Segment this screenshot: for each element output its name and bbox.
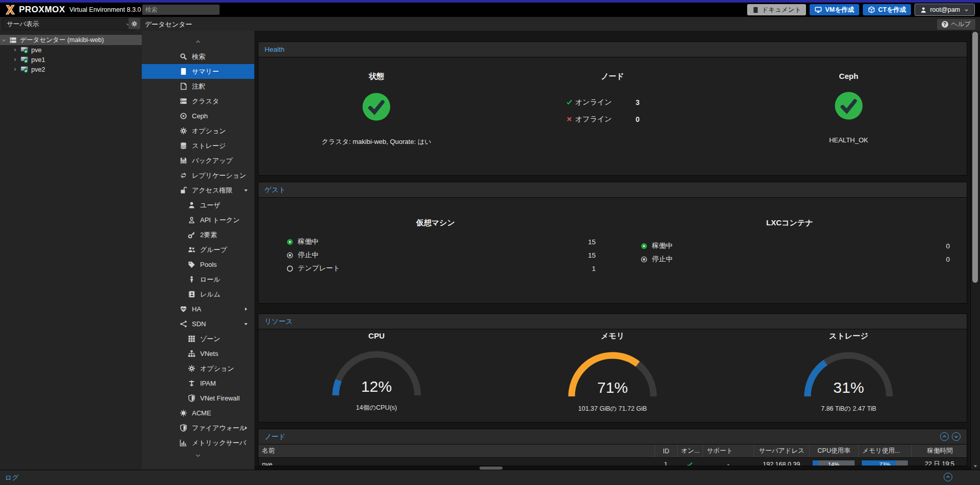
- column-header-support[interactable]: サポート: [703, 445, 754, 457]
- menu-item-ha[interactable]: HA: [142, 302, 254, 317]
- column-header-id[interactable]: ID: [655, 445, 677, 457]
- menu-item-label: ユーザ: [200, 201, 221, 210]
- menu-item-zones[interactable]: ゾーン: [142, 331, 254, 346]
- menu-item-roles[interactable]: ロール: [142, 272, 254, 287]
- menu-item-notes[interactable]: 注釈: [142, 79, 254, 94]
- menu-item-acme[interactable]: ACME: [142, 406, 254, 420]
- menu-item-vnets[interactable]: VNets: [142, 346, 254, 361]
- menu-item-firewall[interactable]: ファイアウォール: [142, 420, 254, 435]
- menu-item-storage[interactable]: ストレージ: [142, 138, 254, 153]
- book-icon: [752, 7, 759, 13]
- nodes-panel: ノード 名前IDオン...サポートサーバアドレスCPU使用率メモリ使用...稼働…: [258, 429, 967, 466]
- menu-scroll-down-indicator[interactable]: [142, 452, 254, 459]
- gear-icon: [187, 365, 196, 372]
- menu-item-label: VNets: [200, 350, 218, 357]
- gauge-percent: 71%: [564, 379, 661, 396]
- heartbeat-icon: [179, 305, 188, 313]
- chevron-down-icon[interactable]: [0, 37, 7, 43]
- gauge-arc: 31%: [800, 349, 897, 400]
- view-mode-select[interactable]: サーバ表示: [2, 18, 136, 30]
- menu-item-replication[interactable]: レプリケーション: [142, 168, 254, 183]
- proxmox-datacenter-summary-screen: PROXMOX Virtual Environment 8.3.0 ドキュメント…: [0, 0, 980, 485]
- question-icon: ?: [942, 21, 948, 28]
- column-header-cpu[interactable]: CPU使用率: [809, 445, 858, 457]
- chevron-right-icon[interactable]: [11, 47, 18, 53]
- guests-panel-body: 仮想マシン 稼働中15停止中15テンプレート1 LXCコンテナ 稼働中0停止中0: [258, 198, 967, 275]
- chevron-right-icon[interactable]: [11, 57, 18, 62]
- menu-item-label: ロール: [200, 275, 221, 284]
- stop-circle-icon: [641, 256, 647, 263]
- shield-icon: [179, 424, 188, 432]
- create-ct-button[interactable]: CTを作成: [863, 4, 911, 15]
- menu-scroll-up-indicator[interactable]: [142, 38, 254, 46]
- gauge-percent: 12%: [328, 378, 425, 395]
- menu-item-label: API トークン: [200, 216, 239, 225]
- column-header-uptime[interactable]: 稼働時間: [911, 445, 967, 457]
- replication-icon: [179, 172, 188, 179]
- menu-item-backup[interactable]: バックアップ: [142, 153, 254, 168]
- guest-state-value: 1: [592, 265, 596, 272]
- menu-item-label: ファイアウォール: [192, 424, 246, 433]
- create-vm-button[interactable]: VMを作成: [810, 4, 859, 15]
- cluster-icon: [179, 97, 188, 105]
- menu-item-search[interactable]: 検索: [142, 49, 254, 64]
- tree-settings-button[interactable]: [128, 18, 140, 29]
- menu-item-vnet-firewall[interactable]: VNet Firewall: [142, 391, 254, 406]
- menu-item-metric-server[interactable]: メトリックサーバ: [142, 435, 254, 450]
- menu-item-sdn-options[interactable]: オプション: [142, 361, 254, 376]
- menu-item-ceph[interactable]: Ceph: [142, 109, 254, 123]
- tag-icon: [187, 261, 196, 268]
- global-search-input[interactable]: [142, 5, 220, 15]
- menu-item-options[interactable]: オプション: [142, 123, 254, 138]
- summary-content: Health 状態 クラスタ: makibi-web, Quorate: はい …: [254, 31, 971, 470]
- mem-usage-bar: 73%: [862, 460, 908, 466]
- resources-panel-title: リソース: [265, 317, 293, 326]
- node-table-row-pve[interactable]: pve1-192.168.0.3914%73%22 日 19:5: [258, 458, 967, 466]
- menu-item-permissions[interactable]: アクセス権限: [142, 183, 254, 198]
- menu-item-pools[interactable]: Pools: [142, 257, 254, 272]
- node-cell-address: 192.168.0.39: [754, 458, 809, 466]
- menu-item-label: レプリケーション: [192, 171, 246, 180]
- gauge-caption: 14個のCPU(s): [356, 404, 397, 412]
- tree-item-node-pve1[interactable]: pve1: [0, 55, 142, 65]
- guest-state-label: 稼働中: [652, 241, 673, 250]
- menu-item-users[interactable]: ユーザ: [142, 198, 254, 213]
- help-button[interactable]: ? ヘルプ: [937, 18, 976, 30]
- menu-item-sdn[interactable]: SDN: [142, 317, 254, 331]
- documentation-button[interactable]: ドキュメント: [747, 4, 807, 15]
- menu-item-ipam[interactable]: IPAM: [142, 376, 254, 391]
- person-icon: [187, 276, 196, 283]
- menu-item-summary[interactable]: サマリー: [142, 64, 254, 79]
- tree-item-node-pve[interactable]: pve: [0, 45, 142, 55]
- vertical-scrollbar-thumb[interactable]: [972, 32, 978, 283]
- menu-item-two-factor[interactable]: 2要素: [142, 227, 254, 242]
- virtual-machines-heading: 仮想マシン: [258, 218, 613, 228]
- user-menu-button[interactable]: root@pam: [914, 4, 975, 16]
- key-icon: [187, 231, 196, 239]
- column-header-online[interactable]: オン...: [677, 445, 703, 457]
- menu-item-api-tokens[interactable]: API トークン: [142, 213, 254, 227]
- panel-down-button[interactable]: [952, 432, 961, 441]
- create-vm-button-label: VMを作成: [825, 6, 854, 14]
- column-header-name[interactable]: 名前: [258, 445, 655, 457]
- column-header-mem[interactable]: メモリ使用...: [858, 445, 911, 457]
- scrollbar-down-arrow[interactable]: [971, 463, 980, 469]
- menu-item-cluster[interactable]: クラスタ: [142, 94, 254, 109]
- menu-item-realms[interactable]: レルム: [142, 287, 254, 302]
- chevron-right-icon[interactable]: [11, 67, 18, 72]
- create-ct-button-label: CTを作成: [878, 6, 906, 14]
- gauge-arc: 12%: [328, 348, 425, 399]
- log-bar[interactable]: ログ: [0, 470, 980, 485]
- panel-up-button[interactable]: [940, 432, 949, 441]
- guest-state-label: 停止中: [652, 255, 673, 264]
- log-expand-button[interactable]: [944, 473, 952, 481]
- tree-item-datacenter[interactable]: データセンター (makibi-web): [0, 35, 142, 45]
- tree-item-node-pve2[interactable]: pve2: [0, 65, 142, 74]
- vertical-scrollbar[interactable]: [970, 31, 980, 470]
- caret-right-icon: [243, 306, 249, 312]
- menu-item-groups[interactable]: グループ: [142, 242, 254, 257]
- circle-o-icon: [287, 265, 293, 272]
- resources-panel-header: リソース: [258, 314, 967, 329]
- ceph-icon: [179, 112, 188, 120]
- column-header-address[interactable]: サーバアドレス: [754, 445, 809, 457]
